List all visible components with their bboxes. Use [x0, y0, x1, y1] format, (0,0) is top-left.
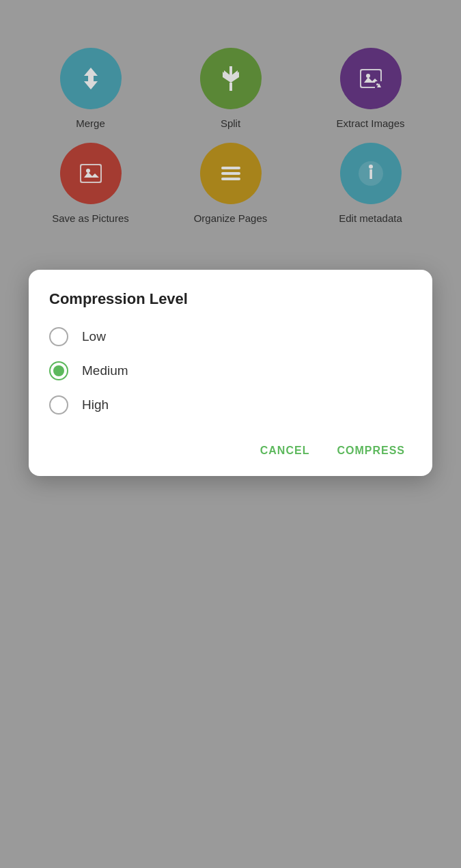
option-low[interactable]: Low [49, 327, 412, 346]
label-medium: Medium [82, 363, 128, 378]
dialog-buttons: CANCEL COMPRESS [49, 439, 412, 462]
option-high[interactable]: High [49, 395, 412, 415]
cancel-button[interactable]: CANCEL [253, 439, 317, 462]
radio-low[interactable] [49, 327, 68, 346]
radio-high[interactable] [49, 395, 68, 415]
compression-dialog: Compression Level Low Medium High CANCEL… [29, 270, 432, 476]
dialog-title: Compression Level [49, 290, 412, 308]
radio-medium[interactable] [49, 361, 68, 380]
compress-button[interactable]: COMPRESS [330, 439, 412, 462]
compression-options: Low Medium High [49, 327, 412, 415]
label-low: Low [82, 329, 106, 344]
radio-medium-fill [53, 365, 64, 376]
option-medium[interactable]: Medium [49, 361, 412, 380]
label-high: High [82, 397, 109, 412]
